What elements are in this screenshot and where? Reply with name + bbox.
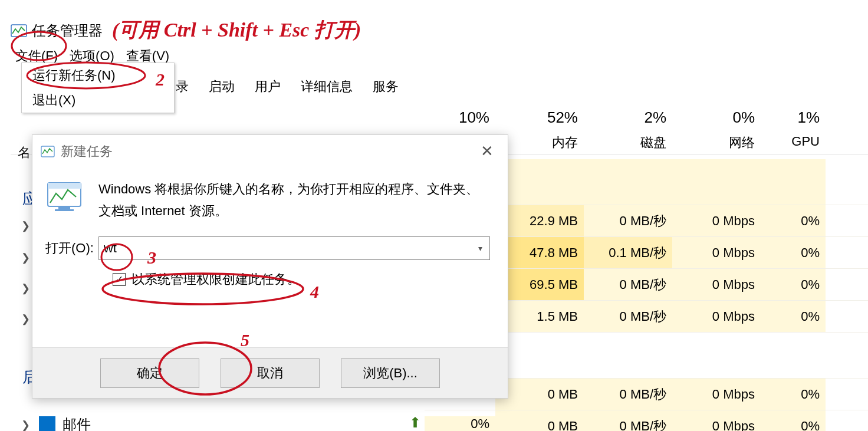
col-gpu-label: GPU xyxy=(761,134,820,149)
ok-button[interactable]: 确定 xyxy=(100,358,199,388)
window-title: 任务管理器 xyxy=(32,21,103,40)
open-input[interactable] xyxy=(104,241,476,256)
cell-gpu xyxy=(761,159,826,205)
cell-memory: 69.5 MB xyxy=(495,269,584,300)
cell-disk xyxy=(584,333,672,378)
tab-startup[interactable]: 启动 xyxy=(204,75,239,98)
dropdown-chevron-icon[interactable]: ▾ xyxy=(476,244,485,253)
cell-gpu xyxy=(761,333,826,378)
col-memory-pct: 52% xyxy=(495,108,578,127)
cell-gpu: 0% xyxy=(761,301,826,332)
dialog-title: 新建任务 xyxy=(61,143,113,160)
col-network-pct: 0% xyxy=(672,108,755,127)
cell-memory: 0 MB xyxy=(495,410,584,431)
expand-chevron-icon[interactable]: ❯ xyxy=(21,282,30,295)
cell-network xyxy=(672,333,761,378)
cell-disk: 0 MB/秒 xyxy=(584,205,672,236)
tab-details[interactable]: 详细信息 xyxy=(296,75,357,98)
cell-disk: 0 MB/秒 xyxy=(584,410,672,431)
file-menu-dropdown: 运行新任务(N) 退出(X) xyxy=(21,62,175,113)
titlebar: 任务管理器 xyxy=(11,21,103,40)
cell-disk: 0 MB/秒 xyxy=(584,379,672,410)
cell-network: 0 Mbps xyxy=(672,410,761,431)
cancel-button[interactable]: 取消 xyxy=(221,358,320,388)
admin-checkbox[interactable]: ✓ xyxy=(113,273,126,286)
run-dialog: 新建任务 ✕ Windows 将根据你所键入的名称，为你打开相应的程序、文件夹、… xyxy=(32,134,508,399)
cell-network: 0 Mbps xyxy=(672,205,761,236)
col-memory[interactable]: 52% 内存 xyxy=(495,108,584,152)
svg-rect-4 xyxy=(58,206,70,209)
browse-button[interactable]: 浏览(B)... xyxy=(341,358,440,388)
cell-disk: 0.1 MB/秒 xyxy=(584,237,672,268)
menu-item-run-new-task[interactable]: 运行新任务(N) xyxy=(22,63,174,88)
process-row-mail[interactable]: 邮件 xyxy=(39,415,91,431)
cell-memory: 0 MB xyxy=(495,379,584,410)
run-program-icon xyxy=(45,178,87,213)
tab-bar: 录 启动 用户 详细信息 服务 xyxy=(171,75,403,98)
col-gpu[interactable]: 1% GPU xyxy=(761,108,826,152)
cell-network: 0 Mbps xyxy=(672,301,761,332)
task-manager-icon xyxy=(11,24,27,37)
process-row-partial: 0% xyxy=(425,416,495,431)
close-button[interactable]: ✕ xyxy=(475,141,499,162)
expand-chevron-icon[interactable]: ❯ xyxy=(21,312,30,325)
cell-network xyxy=(672,159,761,205)
dialog-titlebar: 新建任务 ✕ xyxy=(32,135,508,167)
col-network[interactable]: 0% 网络 xyxy=(672,108,761,152)
col-network-label: 网络 xyxy=(672,134,755,152)
cell-memory: 47.8 MB xyxy=(495,237,584,268)
tab-services[interactable]: 服务 xyxy=(368,75,403,98)
cell-cpu: 0% xyxy=(425,416,495,431)
svg-rect-5 xyxy=(55,209,74,211)
admin-label: 以系统管理权限创建此任务。 xyxy=(131,271,300,288)
col-cpu-pct: 10% xyxy=(425,108,489,127)
dialog-description: Windows 将根据你所键入的名称，为你打开相应的程序、文件夹、文档或 Int… xyxy=(98,178,490,222)
expand-chevron-icon[interactable]: ❯ xyxy=(21,251,30,264)
col-gpu-pct: 1% xyxy=(761,108,820,127)
dialog-button-row: 确定 取消 浏览(B)... xyxy=(32,347,508,398)
cell-memory: 22.9 MB xyxy=(495,205,584,236)
cell-memory: 1.5 MB xyxy=(495,301,584,332)
svg-rect-3 xyxy=(48,183,81,189)
cell-memory xyxy=(495,333,584,378)
expand-chevron-icon[interactable]: ❯ xyxy=(21,419,30,431)
cell-network: 0 Mbps xyxy=(672,379,761,410)
cell-gpu: 0% xyxy=(761,237,826,268)
open-label: 打开(O): xyxy=(45,239,94,257)
cell-disk xyxy=(584,159,672,205)
cell-gpu: 0% xyxy=(761,410,826,431)
name-column-header[interactable]: 名 xyxy=(18,144,31,162)
mail-icon xyxy=(39,416,55,431)
cell-disk: 0 MB/秒 xyxy=(584,269,672,300)
process-label: 邮件 xyxy=(63,415,91,431)
open-combobox[interactable]: ▾ xyxy=(98,236,490,260)
tab-users[interactable]: 用户 xyxy=(250,75,285,98)
cell-disk: 0 MB/秒 xyxy=(584,301,672,332)
uac-shield-icon: ⬆ xyxy=(409,414,421,431)
run-dialog-icon xyxy=(41,146,55,157)
cell-gpu: 0% xyxy=(761,205,826,236)
col-disk-label: 磁盘 xyxy=(584,134,666,152)
col-disk[interactable]: 2% 磁盘 xyxy=(584,108,672,152)
col-disk-pct: 2% xyxy=(584,108,666,127)
menu-item-exit[interactable]: 退出(X) xyxy=(22,88,174,113)
expand-chevron-icon[interactable]: ❯ xyxy=(21,219,30,232)
cell-gpu: 0% xyxy=(761,269,826,300)
cell-memory xyxy=(495,159,584,205)
annotation-hint: (可用 Ctrl + Shift + Esc 打开) xyxy=(112,17,361,44)
cell-gpu: 0% xyxy=(761,379,826,410)
cell-network: 0 Mbps xyxy=(672,269,761,300)
cell-network: 0 Mbps xyxy=(672,237,761,268)
